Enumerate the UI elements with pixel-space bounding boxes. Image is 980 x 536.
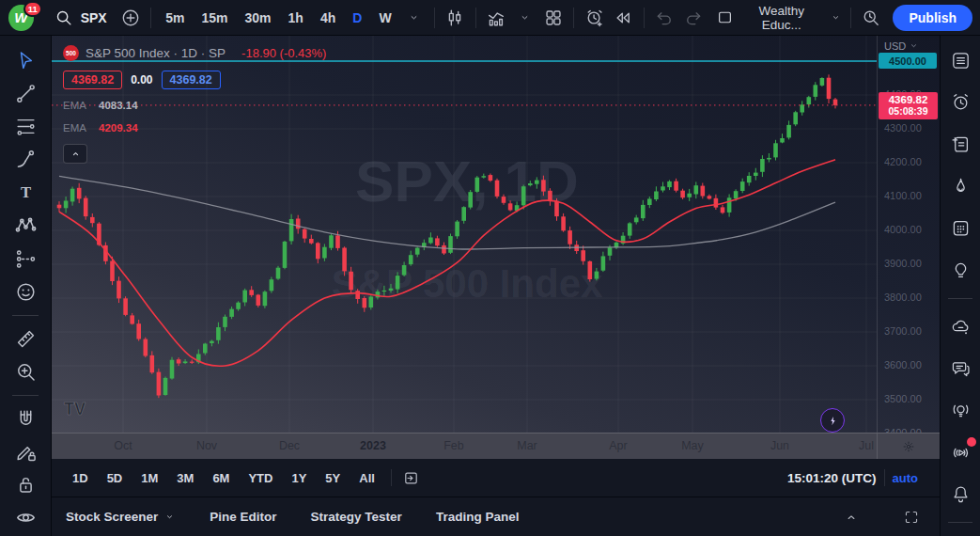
- hotlists-flame-icon[interactable]: [944, 172, 976, 201]
- save-layout-button[interactable]: Wealthy Educ...: [708, 4, 850, 32]
- timeframe-menu-chevron[interactable]: [400, 4, 429, 32]
- publish-button[interactable]: Publish: [893, 5, 972, 31]
- server-clock[interactable]: 15:01:20 (UTC): [787, 471, 877, 485]
- range-1Y[interactable]: 1Y: [283, 466, 315, 489]
- stock-screener-label: Stock Screener: [66, 510, 158, 524]
- range-1M[interactable]: 1M: [132, 466, 166, 489]
- axis-settings-gear[interactable]: [896, 435, 921, 458]
- boost-button[interactable]: [820, 408, 845, 433]
- economic-calendar-icon[interactable]: [944, 214, 976, 244]
- bar-replay-button[interactable]: [609, 4, 638, 32]
- layout-menu-chevron-icon: [830, 11, 842, 24]
- price-tick: 3700.00: [884, 325, 922, 337]
- tradingview-logo[interactable]: TV: [63, 399, 97, 423]
- chart-pane[interactable]: SPX, 1DS&P 500 Index 500 S&P 500 Index ·…: [52, 36, 940, 433]
- cursor-tool[interactable]: [8, 46, 43, 75]
- axis-settings-corner: [877, 434, 940, 460]
- trend-line-tool[interactable]: [8, 79, 43, 108]
- journal-plus-icon[interactable]: [944, 130, 976, 159]
- timeframe-5m[interactable]: 5m: [157, 4, 193, 32]
- chart-area: SPX, 1DS&P 500 Index 500 S&P 500 Index ·…: [52, 36, 940, 536]
- eye-tool[interactable]: [8, 503, 43, 532]
- expand-panel-button[interactable]: [839, 506, 863, 528]
- symbol-search-button[interactable]: SPX: [44, 4, 117, 32]
- ideas-bulb-icon[interactable]: [944, 256, 976, 285]
- ruler-tool[interactable]: [8, 324, 43, 354]
- timeframe-D[interactable]: D: [344, 4, 370, 32]
- app-logo[interactable]: W 11: [8, 4, 35, 32]
- sidebar-divider: [948, 522, 972, 523]
- range-5Y[interactable]: 5Y: [317, 466, 349, 489]
- fib-retracement-tool[interactable]: [8, 112, 43, 141]
- forecast-tool[interactable]: [8, 244, 43, 273]
- stock-screener-tab[interactable]: Stock Screener: [66, 510, 176, 524]
- sell-price-box[interactable]: 4369.82: [63, 71, 122, 89]
- videos-play-icon[interactable]: [944, 438, 976, 467]
- toolbar-divider: [884, 469, 885, 486]
- redo-button[interactable]: [678, 4, 708, 32]
- time-label-2023: 2023: [360, 434, 386, 460]
- indicators-button[interactable]: [482, 4, 511, 32]
- toolbar-divider: [12, 315, 39, 316]
- indicator-row-ema-slow[interactable]: EMA 4083.14: [63, 98, 326, 112]
- chat-icon[interactable]: [944, 354, 976, 383]
- zoom-in-tool[interactable]: [8, 357, 43, 386]
- auto-scale-button[interactable]: auto: [893, 471, 918, 485]
- range-All[interactable]: All: [350, 466, 383, 489]
- currency-label: USD: [884, 40, 906, 52]
- timeframe-15m[interactable]: 15m: [194, 4, 237, 32]
- xabcd-pattern-tool[interactable]: [8, 211, 43, 240]
- streams-bulb-icon[interactable]: [944, 396, 976, 425]
- watchlist-icon[interactable]: [944, 46, 976, 75]
- timeframe-4h[interactable]: 4h: [312, 4, 344, 32]
- indicators-menu-chevron[interactable]: [510, 4, 539, 32]
- time-label-Nov: Nov: [196, 434, 217, 460]
- lock-tool[interactable]: [8, 470, 43, 499]
- buy-price-box[interactable]: 4369.82: [162, 71, 221, 89]
- layout-grid-button[interactable]: [539, 4, 568, 32]
- time-labels: OctNovDec2023FebMarAprMayJunJul: [52, 434, 877, 460]
- alerts-clock-icon[interactable]: [944, 88, 976, 118]
- ema-label: EMA: [63, 122, 99, 134]
- time-axis[interactable]: OctNovDec2023FebMarAprMayJunJul: [52, 433, 940, 459]
- range-1D[interactable]: 1D: [64, 466, 97, 489]
- series-title[interactable]: S&P 500 Index · 1D · SP: [86, 46, 226, 60]
- go-to-date-button[interactable]: [399, 466, 424, 489]
- chart-style-button[interactable]: [441, 4, 470, 32]
- magnet-tool[interactable]: [8, 404, 43, 434]
- quick-search-button[interactable]: [857, 4, 886, 32]
- indicator-row-ema-fast[interactable]: EMA 4209.34: [63, 120, 326, 134]
- create-alert-button[interactable]: [580, 4, 609, 32]
- pine-editor-tab[interactable]: Pine Editor: [210, 510, 276, 524]
- strategy-tester-tab[interactable]: Strategy Tester: [311, 510, 402, 524]
- ema-slow-value: 4083.14: [99, 100, 138, 111]
- toolbar-divider: [391, 469, 392, 486]
- alert-price-badge[interactable]: 4500.00: [879, 53, 937, 69]
- toolbar-divider: [12, 395, 39, 396]
- toolbar-divider: [644, 8, 645, 28]
- minds-cloud-icon[interactable]: [944, 312, 976, 341]
- range-6M[interactable]: 6M: [204, 466, 238, 489]
- text-tool[interactable]: T: [8, 178, 43, 207]
- trading-panel-tab[interactable]: Trading Panel: [436, 510, 520, 524]
- time-label-Oct: Oct: [114, 434, 132, 460]
- bottom-panel-bar: Stock Screener Pine Editor Strategy Test…: [52, 497, 940, 536]
- emoji-tool[interactable]: [8, 277, 43, 307]
- drawing-lock-tool[interactable]: [8, 437, 43, 466]
- spread-value: 0.00: [131, 73, 152, 87]
- notifications-bell-icon[interactable]: [944, 480, 976, 509]
- brush-tool[interactable]: [8, 145, 43, 174]
- timeframe-30m[interactable]: 30m: [237, 4, 280, 32]
- range-3M[interactable]: 3M: [168, 466, 202, 489]
- currency-selector[interactable]: USD: [884, 39, 920, 52]
- last-price-badge[interactable]: 4369.82 05:08:39: [879, 92, 938, 119]
- compare-add-button[interactable]: [117, 4, 146, 32]
- range-5D[interactable]: 5D: [99, 466, 132, 489]
- price-axis[interactable]: USD 4400.004300.004200.004100.004000.003…: [877, 36, 940, 433]
- range-YTD[interactable]: YTD: [240, 466, 281, 489]
- timeframe-1h[interactable]: 1h: [280, 4, 312, 32]
- maximize-panel-button[interactable]: [899, 506, 924, 528]
- collapse-legend-button[interactable]: [63, 144, 87, 164]
- undo-button[interactable]: [650, 4, 679, 32]
- timeframe-W[interactable]: W: [370, 4, 399, 32]
